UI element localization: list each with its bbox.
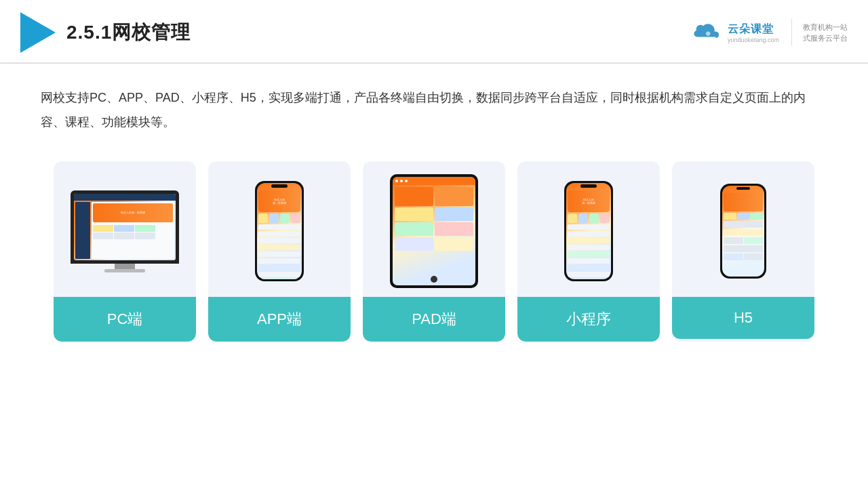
card-app-image: 职达人的第一堂网课: [208, 161, 351, 297]
header-left: 2.5.1网校管理: [20, 12, 191, 53]
brand-text-block: 云朵课堂 yunduoketang.com: [728, 22, 779, 43]
card-pad-image: [363, 161, 505, 297]
card-h5-label: H5: [672, 297, 814, 339]
phone-mockup-h5: [720, 184, 766, 279]
card-h5: H5: [672, 161, 814, 342]
card-h5-image: [672, 161, 814, 297]
card-pc-label: PC端: [54, 297, 196, 342]
card-mini: 职达人的第一堂网课: [517, 161, 660, 342]
card-mini-image: 职达人的第一堂网课: [517, 161, 660, 297]
card-app-label: APP端: [208, 297, 351, 342]
brand-url: yunduoketang.com: [728, 37, 779, 43]
brand-logo: [690, 22, 722, 43]
card-pc-image: 职达人的第一堂网课: [54, 161, 196, 297]
tablet-mockup: [390, 174, 478, 288]
header: 2.5.1网校管理 云朵课堂 yunduoketang.com 教育机构一站 式…: [0, 0, 868, 64]
card-mini-label: 小程序: [517, 297, 660, 342]
card-app: 职达人的第一堂网课: [208, 161, 351, 342]
header-right: 云朵课堂 yunduoketang.com 教育机构一站 式服务云平台: [690, 19, 848, 46]
card-pc: 职达人的第一堂网课: [54, 161, 196, 342]
header-divider: [791, 19, 792, 46]
cloud-icon: [690, 22, 722, 43]
phone-mockup-mini: 职达人的第一堂网课: [564, 181, 613, 281]
phone-mockup-app: 职达人的第一堂网课: [255, 181, 304, 281]
description-text: 网校支持PC、APP、PAD、小程序、H5，实现多端打通，产品各终端自由切换，数…: [0, 64, 868, 148]
page-title: 2.5.1网校管理: [66, 20, 191, 45]
brand-slogan: 教育机构一站 式服务云平台: [803, 22, 848, 44]
svg-point-0: [706, 31, 710, 35]
card-pad-label: PAD端: [363, 297, 505, 342]
card-pad: PAD端: [363, 161, 505, 342]
logo-triangle-icon: [20, 12, 56, 53]
brand-name: 云朵课堂: [728, 22, 774, 37]
pc-mockup: 职达人的第一堂网课: [71, 190, 179, 272]
cards-container: 职达人的第一堂网课: [0, 155, 868, 342]
